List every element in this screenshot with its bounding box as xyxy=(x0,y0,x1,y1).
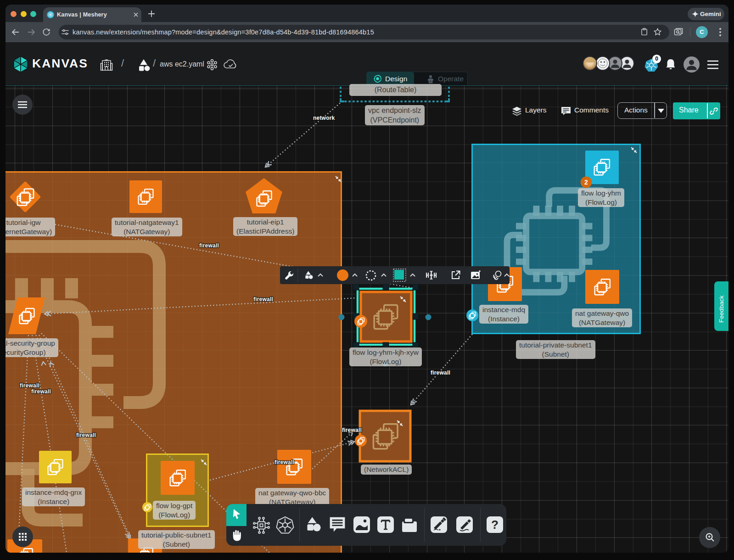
svg-text:2: 2 xyxy=(584,179,588,186)
svg-text:?: ? xyxy=(491,518,499,532)
